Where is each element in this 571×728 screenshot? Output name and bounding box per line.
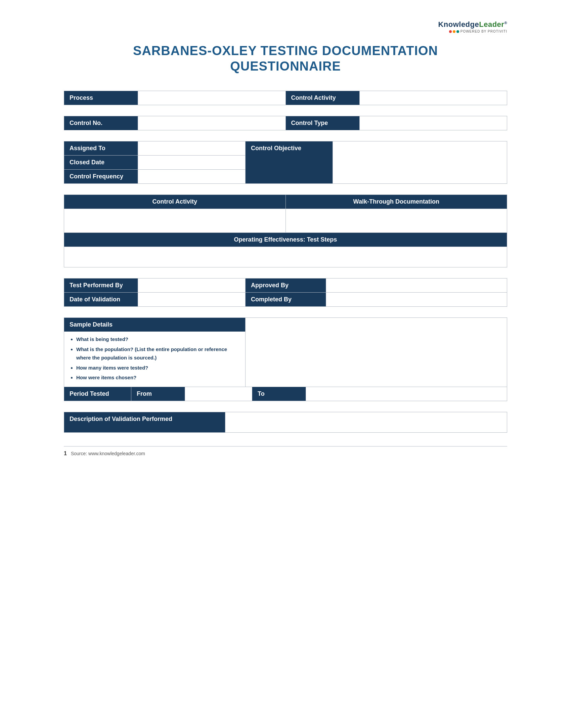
control-type-col: Control Type (286, 116, 507, 130)
sample-main-row: Sample Details What is being tested? Wha… (64, 318, 507, 387)
test-performed-value[interactable] (138, 279, 245, 292)
period-row: Period Tested From To (64, 387, 507, 401)
sample-right-value[interactable] (246, 318, 507, 387)
activity-header-row: Control Activity Walk-Through Documentat… (64, 195, 507, 209)
date-validation-value[interactable] (138, 293, 245, 306)
date-validation-left: Date of Validation (64, 293, 246, 306)
dot-teal (456, 30, 459, 33)
control-activity-col: Control Activity (286, 91, 507, 105)
title-area: SARBANES-OXLEY TESTING DOCUMENTATION QUE… (64, 43, 507, 74)
activity-col1-header: Control Activity (64, 195, 286, 209)
activity-section: Control Activity Walk-Through Documentat… (64, 195, 507, 267)
title-line1: SARBANES-OXLEY TESTING DOCUMENTATION (64, 43, 507, 59)
from-value[interactable] (185, 387, 252, 401)
test-performed-row: Test Performed By Approved By (64, 279, 507, 293)
activity-content1[interactable] (64, 209, 286, 232)
process-row: Process Control Activity (64, 91, 507, 105)
description-section: Description of Validation Performed (64, 412, 507, 433)
closed-date-row: Closed Date (64, 156, 245, 170)
control-no-value[interactable] (138, 116, 286, 130)
approved-by-right: Approved By (246, 279, 507, 292)
logo-trademark: ® (504, 21, 507, 25)
logo-name: KnowledgeLeader® (438, 20, 507, 29)
completed-by-label: Completed By (246, 293, 326, 306)
sample-section: Sample Details What is being tested? Wha… (64, 317, 507, 401)
activity-content-row (64, 209, 507, 233)
approved-by-value[interactable] (326, 279, 507, 292)
sample-left: Sample Details What is being tested? Wha… (64, 318, 246, 387)
description-value[interactable] (225, 412, 507, 432)
bullet-3: How many items were tested? (76, 363, 240, 372)
from-label: From (131, 387, 185, 401)
assigned-value[interactable] (138, 141, 245, 155)
logo-area: KnowledgeLeader® POWERED BY PROTIVITI (64, 20, 507, 33)
closed-date-label: Closed Date (64, 156, 138, 169)
objective-right: Control Objective (246, 141, 507, 183)
process-col: Process (64, 91, 286, 105)
bullet-1: What is being tested? (76, 335, 240, 344)
logo-dots (449, 30, 459, 33)
bullet-4: How were items chosen? (76, 373, 240, 382)
closed-date-value[interactable] (138, 156, 245, 169)
control-no-row: Control No. Control Type (64, 116, 507, 130)
sample-bullets: What is being tested? What is the popula… (64, 332, 245, 387)
to-label: To (252, 387, 306, 401)
footer-source: Source: www.knowledgeleader.com (71, 451, 145, 456)
test-section: Test Performed By Approved By Date of Va… (64, 278, 507, 307)
test-performed-label: Test Performed By (64, 279, 138, 292)
process-value[interactable] (138, 91, 286, 105)
footer-page-number: 1 (64, 451, 67, 457)
description-row: Description of Validation Performed (64, 412, 507, 432)
control-no-label: Control No. (64, 116, 138, 130)
logo-tagline: POWERED BY PROTIVITI (438, 30, 507, 33)
title-line2: QUESTIONNAIRE (64, 59, 507, 74)
control-no-col: Control No. (64, 116, 286, 130)
control-no-section: Control No. Control Type (64, 116, 507, 130)
oe-content[interactable] (64, 247, 507, 267)
objective-label: Control Objective (246, 141, 333, 183)
control-type-label: Control Type (286, 116, 360, 130)
activity-content2[interactable] (286, 209, 507, 232)
control-activity-value[interactable] (360, 91, 507, 105)
to-value[interactable] (306, 387, 507, 401)
frequency-label: Control Frequency (64, 170, 138, 183)
assigned-left: Assigned To Closed Date Control Frequenc… (64, 141, 246, 183)
frequency-value[interactable] (138, 170, 245, 183)
logo-leader: Leader (479, 20, 504, 29)
activity-col2-header: Walk-Through Documentation (286, 195, 507, 209)
approved-by-label: Approved By (246, 279, 326, 292)
sample-header: Sample Details (64, 318, 245, 332)
assigned-label: Assigned To (64, 141, 138, 155)
dot-orange (453, 30, 455, 33)
completed-by-right: Completed By (246, 293, 507, 306)
footer: 1 Source: www.knowledgeleader.com (64, 446, 507, 457)
period-tested-label: Period Tested (64, 387, 131, 401)
dot-red (449, 30, 452, 33)
description-label: Description of Validation Performed (64, 412, 225, 432)
bullet-2: What is the population? (List the entire… (76, 345, 240, 362)
frequency-row: Control Frequency (64, 170, 245, 183)
assigned-row: Assigned To (64, 141, 245, 156)
assigned-section: Assigned To Closed Date Control Frequenc… (64, 141, 507, 184)
objective-value[interactable] (333, 141, 507, 183)
oe-header: Operating Effectiveness: Test Steps (64, 233, 507, 247)
process-control-section: Process Control Activity (64, 91, 507, 105)
logo-tagline-text: POWERED BY PROTIVITI (460, 30, 507, 33)
control-activity-label: Control Activity (286, 91, 360, 105)
test-performed-left: Test Performed By (64, 279, 246, 292)
completed-by-value[interactable] (326, 293, 507, 306)
process-label: Process (64, 91, 138, 105)
main-title: SARBANES-OXLEY TESTING DOCUMENTATION QUE… (64, 43, 507, 74)
date-validation-label: Date of Validation (64, 293, 138, 306)
control-type-value[interactable] (360, 116, 507, 130)
date-validation-row: Date of Validation Completed By (64, 293, 507, 306)
